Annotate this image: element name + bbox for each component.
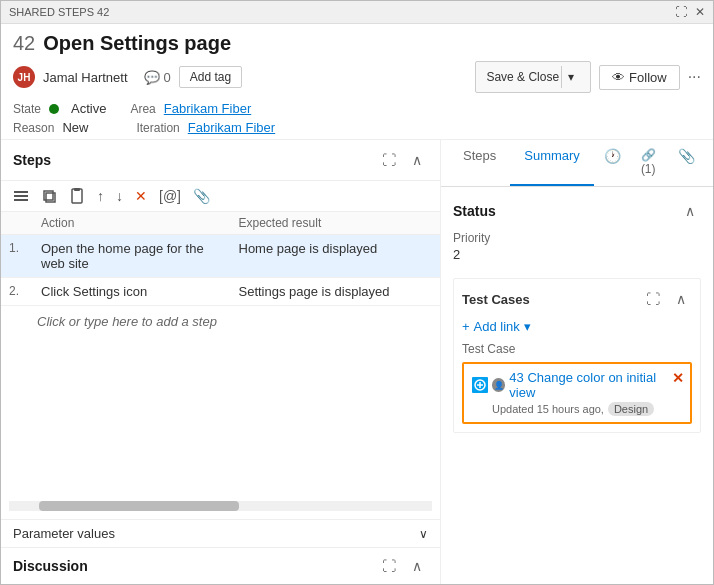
right-content: Status ∧ Priority 2 Test Cases ⛶ ∧ bbox=[441, 187, 713, 584]
follow-button[interactable]: 👁 Follow bbox=[599, 65, 680, 90]
add-link-chevron: ▾ bbox=[524, 319, 531, 334]
window-title: SHARED STEPS 42 bbox=[9, 6, 109, 18]
svg-rect-0 bbox=[14, 191, 28, 193]
copy-icon bbox=[41, 188, 57, 204]
title-bar-right: ⛶ ✕ bbox=[675, 5, 705, 19]
user-name: Jamal Hartnett bbox=[43, 70, 128, 85]
add-tag-button[interactable]: Add tag bbox=[179, 66, 242, 88]
horizontal-scrollbar[interactable] bbox=[9, 501, 432, 511]
discussion-section: Discussion ⛶ ∧ bbox=[1, 547, 440, 584]
tab-attachments[interactable]: 📎 bbox=[668, 140, 705, 186]
test-case-id: 43 bbox=[509, 370, 523, 385]
toolbar: JH Jamal Hartnett 💬 0 Add tag Save & Clo… bbox=[13, 61, 701, 93]
main-content: Steps ⛶ ∧ ↑ ↓ ✕ [@] bbox=[1, 140, 713, 584]
test-case-title: Change color on initial view bbox=[509, 370, 656, 400]
meta-reason: Reason New bbox=[13, 120, 88, 135]
move-up-button[interactable]: ↑ bbox=[93, 185, 108, 207]
expand-test-cases-button[interactable]: ⛶ bbox=[640, 287, 666, 311]
priority-label: Priority bbox=[453, 231, 701, 245]
meta-state: State Active bbox=[13, 101, 106, 116]
save-dropdown[interactable]: ▾ bbox=[561, 66, 580, 88]
delete-step-button[interactable]: ✕ bbox=[131, 185, 151, 207]
right-tabs: Steps Summary 🕐 🔗 (1) 📎 bbox=[441, 140, 713, 187]
table-row[interactable]: 2. Click Settings icon Settings page is … bbox=[1, 278, 440, 306]
expand-steps-button[interactable]: ⛶ bbox=[376, 148, 402, 172]
header-top: 42 Open Settings page bbox=[13, 32, 701, 55]
test-case-row: 👤 43 Change color on initial view ✕ bbox=[472, 370, 682, 400]
iteration-label: Iteration bbox=[136, 121, 179, 135]
scrollbar-thumb[interactable] bbox=[39, 501, 239, 511]
steps-title: Steps bbox=[13, 152, 51, 168]
tab-summary[interactable]: Summary bbox=[510, 140, 594, 186]
col-expected-header: Expected result bbox=[235, 216, 433, 230]
item-id: 42 bbox=[13, 32, 35, 55]
step-expected-1[interactable]: Home page is displayed bbox=[235, 241, 433, 256]
collapse-steps-button[interactable]: ∧ bbox=[406, 148, 428, 172]
svg-rect-1 bbox=[14, 195, 28, 197]
paste-step-button[interactable] bbox=[65, 185, 89, 207]
tab-steps[interactable]: Steps bbox=[449, 140, 510, 186]
avatar: JH bbox=[13, 66, 35, 88]
reason-label: Reason bbox=[13, 121, 54, 135]
eye-icon: 👁 bbox=[612, 70, 625, 85]
title-bar: SHARED STEPS 42 ⛶ ✕ bbox=[1, 1, 713, 24]
tab-history[interactable]: 🕐 bbox=[594, 140, 631, 186]
test-case-avatar-icon: 👤 bbox=[492, 378, 506, 392]
insert-shared-steps-button[interactable]: [@] bbox=[155, 185, 185, 207]
meta-iteration: Iteration Fabrikam Fiber bbox=[136, 120, 275, 135]
add-link-label: Add link bbox=[474, 319, 520, 334]
collapse-discussion-button[interactable]: ∧ bbox=[406, 554, 428, 578]
steps-section-header: Steps ⛶ ∧ bbox=[1, 140, 440, 181]
status-title: Status bbox=[453, 203, 496, 219]
area-value[interactable]: Fabrikam Fiber bbox=[164, 101, 251, 116]
add-step-prompt[interactable]: Click or type here to add a step bbox=[1, 306, 440, 337]
insert-step-button[interactable] bbox=[9, 185, 33, 207]
avatar-initials: JH bbox=[18, 72, 31, 83]
meta-area: Area Fabrikam Fiber bbox=[130, 101, 251, 116]
test-case-item: 👤 43 Change color on initial view ✕ Upda… bbox=[462, 362, 692, 424]
svg-rect-2 bbox=[14, 199, 28, 201]
test-case-name[interactable]: 43 Change color on initial view bbox=[509, 370, 682, 400]
iteration-value[interactable]: Fabrikam Fiber bbox=[188, 120, 275, 135]
expand-button[interactable]: ⛶ bbox=[675, 5, 687, 19]
left-panel: Steps ⛶ ∧ ↑ ↓ ✕ [@] bbox=[1, 140, 441, 584]
state-label: State bbox=[13, 102, 41, 116]
tab-links[interactable]: 🔗 (1) bbox=[631, 140, 668, 186]
copy-step-button[interactable] bbox=[37, 185, 61, 207]
state-value[interactable]: Active bbox=[71, 101, 106, 116]
remove-test-case-button[interactable]: ✕ bbox=[672, 370, 684, 386]
step-action-2[interactable]: Click Settings icon bbox=[37, 284, 235, 299]
title-bar-left: SHARED STEPS 42 bbox=[9, 6, 109, 18]
param-values-section[interactable]: Parameter values ∨ bbox=[1, 519, 440, 547]
param-values-chevron[interactable]: ∨ bbox=[419, 527, 428, 541]
save-close-button[interactable]: Save & Close ▾ bbox=[475, 61, 591, 93]
step-expected-2[interactable]: Settings page is displayed bbox=[235, 284, 433, 299]
item-title: Open Settings page bbox=[43, 32, 231, 55]
expand-discussion-button[interactable]: ⛶ bbox=[376, 554, 402, 578]
test-cases-section: Test Cases ⛶ ∧ + Add link ▾ Test Case bbox=[453, 278, 701, 433]
step-num-1: 1. bbox=[9, 241, 37, 255]
attach-button[interactable]: 📎 bbox=[189, 185, 214, 207]
step-action-1[interactable]: Open the home page for the web site bbox=[37, 241, 235, 271]
right-panel: Steps Summary 🕐 🔗 (1) 📎 Status ∧ Priorit… bbox=[441, 140, 713, 584]
table-row[interactable]: 1. Open the home page for the web site H… bbox=[1, 235, 440, 278]
header: 42 Open Settings page JH Jamal Hartnett … bbox=[1, 24, 713, 140]
comment-count: 0 bbox=[164, 70, 171, 85]
close-button[interactable]: ✕ bbox=[695, 5, 705, 19]
param-values-label: Parameter values bbox=[13, 526, 115, 541]
add-link-button[interactable]: + Add link ▾ bbox=[462, 319, 531, 334]
comment-button[interactable]: 💬 0 bbox=[144, 70, 171, 85]
test-cases-header: Test Cases ⛶ ∧ bbox=[462, 287, 692, 311]
comment-icon: 💬 bbox=[144, 70, 160, 85]
collapse-status-button[interactable]: ∧ bbox=[679, 199, 701, 223]
collapse-test-cases-button[interactable]: ∧ bbox=[670, 287, 692, 311]
priority-value: 2 bbox=[453, 247, 701, 262]
more-button[interactable]: ··· bbox=[688, 68, 701, 86]
step-num-2: 2. bbox=[9, 284, 37, 298]
plus-icon: + bbox=[462, 319, 470, 334]
move-down-button[interactable]: ↓ bbox=[112, 185, 127, 207]
reason-value[interactable]: New bbox=[62, 120, 88, 135]
col-num-header bbox=[9, 216, 37, 230]
steps-table: 1. Open the home page for the web site H… bbox=[1, 235, 440, 493]
col-action-header: Action bbox=[37, 216, 235, 230]
